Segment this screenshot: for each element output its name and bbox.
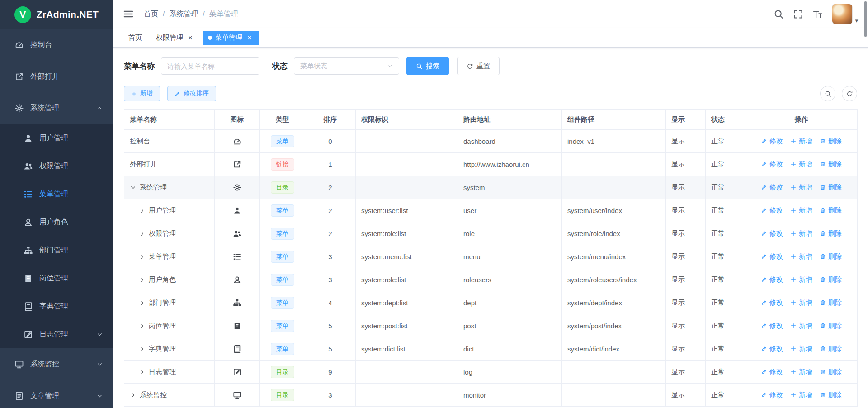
delete-link[interactable]: 删除 <box>820 229 842 238</box>
external-link-icon <box>14 72 24 81</box>
add-link[interactable]: 新增 <box>790 160 812 169</box>
chevron-right-icon[interactable] <box>139 299 146 306</box>
delete-link[interactable]: 删除 <box>820 206 842 215</box>
status-select[interactable]: 菜单状态 <box>294 57 399 75</box>
chevron-right-icon[interactable] <box>139 207 146 214</box>
edit-link[interactable]: 修改 <box>761 299 783 307</box>
delete-link[interactable]: 删除 <box>820 275 842 284</box>
sidebar-item-dict[interactable]: 字典管理 <box>0 292 113 320</box>
search-icon[interactable] <box>774 9 784 19</box>
chevron-right-icon[interactable] <box>139 369 146 375</box>
add-link[interactable]: 新增 <box>790 368 812 376</box>
add-link-label: 新增 <box>799 275 812 284</box>
font-size-icon[interactable] <box>812 9 823 19</box>
menu-name-input[interactable] <box>167 62 253 70</box>
sidebar-item-dept[interactable]: 部门管理 <box>0 236 113 264</box>
chevron-down-icon[interactable] <box>130 184 137 191</box>
delete-link[interactable]: 删除 <box>820 137 842 146</box>
add-link[interactable]: 新增 <box>790 275 812 284</box>
sidebar-item-label: 外部打开 <box>30 72 103 81</box>
tab-首页[interactable]: 首页 <box>123 31 147 45</box>
sidebar-item-article[interactable]: 文章管理 <box>0 380 113 408</box>
table-row[interactable]: 字典管理菜单5system:dict:listdictsystem/dict/i… <box>124 337 858 361</box>
breadcrumb-item[interactable]: 系统管理 <box>169 9 198 19</box>
edit-link[interactable]: 修改 <box>761 160 783 169</box>
edit-link[interactable]: 修改 <box>761 368 783 376</box>
add-button[interactable]: 新增 <box>124 86 160 101</box>
sidebar-item-user[interactable]: 用户管理 <box>0 124 113 152</box>
sidebar-item-log[interactable]: 日志管理 <box>0 320 113 348</box>
table-row[interactable]: 岗位管理菜单5system:post:listpostsystem/post/i… <box>124 314 858 337</box>
add-link[interactable]: 新增 <box>790 391 812 399</box>
table-row[interactable]: 菜单管理菜单3system:menu:listmenusystem/menu/i… <box>124 245 858 268</box>
menu-name: 用户角色 <box>149 275 176 284</box>
delete-link[interactable]: 删除 <box>820 368 842 376</box>
edit-link[interactable]: 修改 <box>761 345 783 353</box>
delete-link[interactable]: 删除 <box>820 252 842 261</box>
delete-link[interactable]: 删除 <box>820 160 842 169</box>
delete-link[interactable]: 删除 <box>820 299 842 307</box>
sidebar-item-external[interactable]: 外部打开 <box>0 61 113 92</box>
hamburger-icon[interactable] <box>123 9 134 19</box>
user-menu[interactable]: ▾ <box>832 4 858 24</box>
edit-link[interactable]: 修改 <box>761 252 783 261</box>
chevron-right-icon[interactable] <box>139 230 146 237</box>
chevron-right-icon[interactable] <box>139 253 146 260</box>
app-logo[interactable]: V ZrAdmin.NET <box>0 0 113 29</box>
sidebar-item-monitor[interactable]: 系统监控 <box>0 348 113 380</box>
table-row[interactable]: 部门管理菜单4system:dept:listdeptsystem/dept/i… <box>124 291 858 314</box>
refresh-table-button[interactable] <box>842 86 857 101</box>
tab-菜单管理[interactable]: 菜单管理× <box>203 31 259 45</box>
sidebar-item-role[interactable]: 权限管理 <box>0 152 113 180</box>
breadcrumb-item[interactable]: 首页 <box>144 9 158 19</box>
add-link[interactable]: 新增 <box>790 345 812 353</box>
sidebar-item-post[interactable]: 岗位管理 <box>0 264 113 292</box>
edit-link[interactable]: 修改 <box>761 391 783 399</box>
table-row[interactable]: 系统管理目录2system显示正常修改新增删除 <box>124 176 858 199</box>
close-icon[interactable]: × <box>187 34 194 42</box>
chevron-right-icon[interactable] <box>139 276 146 283</box>
sidebar-item-menu[interactable]: 菜单管理 <box>0 180 113 208</box>
table-row[interactable]: 系统监控目录3monitor显示正常修改新增删除 <box>124 384 858 407</box>
add-link[interactable]: 新增 <box>790 252 812 261</box>
add-link[interactable]: 新增 <box>790 206 812 215</box>
menu-name: 菜单管理 <box>149 252 176 261</box>
table-row[interactable]: 控制台菜单0dashboardindex_v1显示正常修改新增删除 <box>124 130 858 153</box>
edit-link[interactable]: 修改 <box>761 322 783 330</box>
show-search-button[interactable] <box>820 86 835 101</box>
delete-link[interactable]: 删除 <box>820 391 842 399</box>
sidebar-item-dashboard[interactable]: 控制台 <box>0 29 113 61</box>
close-icon[interactable]: × <box>246 34 253 42</box>
edit-link[interactable]: 修改 <box>761 183 783 192</box>
chevron-right-icon[interactable] <box>139 323 146 329</box>
menu-name-field[interactable] <box>161 57 259 75</box>
scrollbar-thumb[interactable] <box>864 1 867 37</box>
edit-link[interactable]: 修改 <box>761 137 783 146</box>
chevron-right-icon[interactable] <box>139 346 146 352</box>
sidebar-item-roleusers[interactable]: 用户角色 <box>0 208 113 236</box>
delete-link[interactable]: 删除 <box>820 345 842 353</box>
sidebar-item-system[interactable]: 系统管理 <box>0 92 113 124</box>
chevron-right-icon[interactable] <box>130 392 137 399</box>
reset-button[interactable]: 重置 <box>457 57 500 75</box>
search-button[interactable]: 搜索 <box>406 57 449 75</box>
tab-权限管理[interactable]: 权限管理× <box>151 31 199 45</box>
edit-link[interactable]: 修改 <box>761 275 783 284</box>
sort-edit-button[interactable]: 修改排序 <box>167 86 216 101</box>
avatar[interactable] <box>832 4 853 24</box>
add-link[interactable]: 新增 <box>790 137 812 146</box>
add-link[interactable]: 新增 <box>790 229 812 238</box>
table-row[interactable]: 权限管理菜单2system:role:listrolesystem/role/i… <box>124 222 858 245</box>
add-link[interactable]: 新增 <box>790 299 812 307</box>
edit-link[interactable]: 修改 <box>761 229 783 238</box>
add-link[interactable]: 新增 <box>790 183 812 192</box>
table-row[interactable]: 外部打开链接1http://www.izhaorui.cn显示正常修改新增删除 <box>124 153 858 176</box>
fullscreen-icon[interactable] <box>793 9 803 19</box>
edit-link[interactable]: 修改 <box>761 206 783 215</box>
table-row[interactable]: 用户角色菜单3system:role:listroleuserssystem/r… <box>124 268 858 291</box>
add-link[interactable]: 新增 <box>790 322 812 330</box>
table-row[interactable]: 用户管理菜单2system:user:listusersystem/user/i… <box>124 199 858 222</box>
table-row[interactable]: 日志管理目录9log显示正常修改新增删除 <box>124 361 858 384</box>
delete-link[interactable]: 删除 <box>820 322 842 330</box>
delete-link[interactable]: 删除 <box>820 183 842 192</box>
